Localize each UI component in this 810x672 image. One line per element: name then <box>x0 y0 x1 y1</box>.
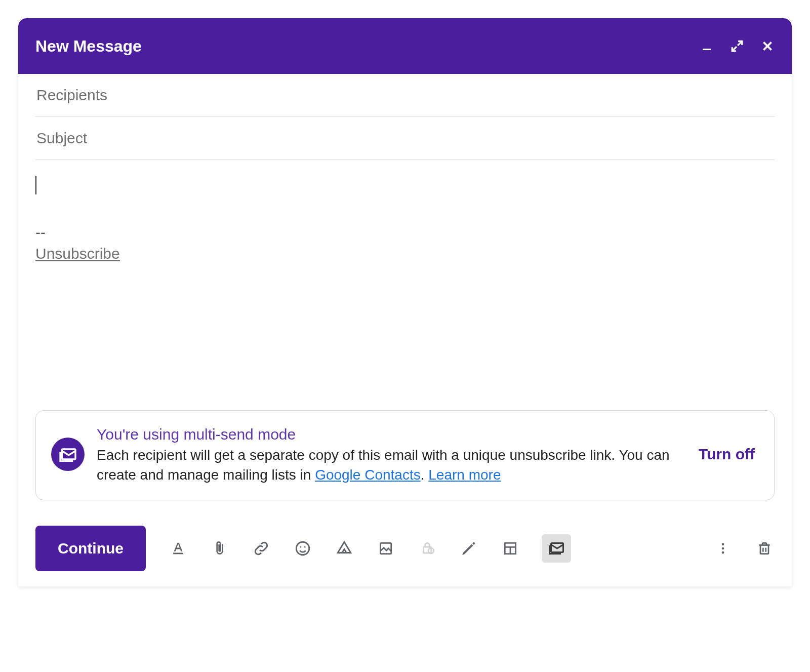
turn-off-button[interactable]: Turn off <box>695 444 759 465</box>
insert-image-button[interactable] <box>376 538 396 559</box>
svg-point-12 <box>722 551 724 554</box>
subject-row <box>35 117 775 160</box>
link-icon <box>252 539 270 558</box>
compose-fields <box>18 74 792 160</box>
layout-template-button[interactable] <box>500 538 520 559</box>
compose-toolbar: Continue <box>18 505 792 586</box>
recipients-row <box>35 74 775 117</box>
learn-more-link[interactable]: Learn more <box>428 467 501 483</box>
drive-icon <box>336 540 353 557</box>
text-format-icon <box>170 540 187 557</box>
minimize-button[interactable] <box>700 39 714 53</box>
recipients-input[interactable] <box>35 86 775 104</box>
multisend-toolbar-icon <box>547 539 565 558</box>
more-vertical-icon <box>716 541 730 556</box>
multisend-sep: . <box>421 467 429 483</box>
expand-icon <box>731 39 744 53</box>
fullscreen-button[interactable] <box>730 39 744 53</box>
svg-point-11 <box>722 547 724 550</box>
unsubscribe-link[interactable]: Unsubscribe <box>35 245 120 262</box>
subject-input[interactable] <box>35 129 775 147</box>
close-icon <box>761 39 774 53</box>
multisend-notice: You're using multi-send mode Each recipi… <box>35 410 775 500</box>
svg-point-3 <box>300 546 301 548</box>
attach-file-button[interactable] <box>210 538 230 559</box>
confidential-mode-button <box>417 538 437 559</box>
body-cursor-line <box>35 172 775 199</box>
svg-rect-0 <box>703 49 711 50</box>
multisend-title: You're using multi-send mode <box>97 426 296 443</box>
insert-drive-file-button[interactable] <box>334 538 354 559</box>
svg-rect-13 <box>760 545 768 554</box>
more-options-button[interactable] <box>713 538 733 559</box>
svg-point-2 <box>296 542 309 556</box>
insert-emoji-button[interactable] <box>293 538 313 559</box>
google-contacts-link[interactable]: Google Contacts <box>315 467 421 483</box>
pen-icon <box>460 540 477 557</box>
trash-icon <box>756 540 773 557</box>
window-controls <box>700 39 775 53</box>
minimize-icon <box>701 40 713 52</box>
svg-point-10 <box>722 543 724 546</box>
close-button[interactable] <box>760 39 775 53</box>
continue-button[interactable]: Continue <box>35 526 146 571</box>
discard-draft-button[interactable] <box>754 538 775 559</box>
signature-button[interactable] <box>459 538 479 559</box>
image-icon <box>378 540 394 557</box>
compose-window: New Message <box>18 18 792 586</box>
emoji-icon <box>294 540 311 557</box>
text-cursor <box>35 176 36 194</box>
compose-body[interactable]: -- Unsubscribe <box>18 160 792 264</box>
confidential-icon <box>418 539 436 558</box>
multisend-icon <box>51 438 85 471</box>
multisend-text: You're using multi-send mode Each recipi… <box>97 424 682 485</box>
template-icon <box>502 540 518 557</box>
toolbar-icons <box>168 534 571 563</box>
compose-header: New Message <box>18 18 792 74</box>
svg-rect-5 <box>380 543 391 554</box>
multisend-toggle-button[interactable] <box>542 534 571 563</box>
svg-point-4 <box>304 546 306 548</box>
formatting-options-button[interactable] <box>168 538 188 559</box>
insert-link-button[interactable] <box>251 538 271 559</box>
attachment-icon <box>212 540 228 557</box>
signature-separator: -- <box>35 224 775 241</box>
compose-title: New Message <box>35 37 142 56</box>
toolbar-right <box>713 538 775 559</box>
